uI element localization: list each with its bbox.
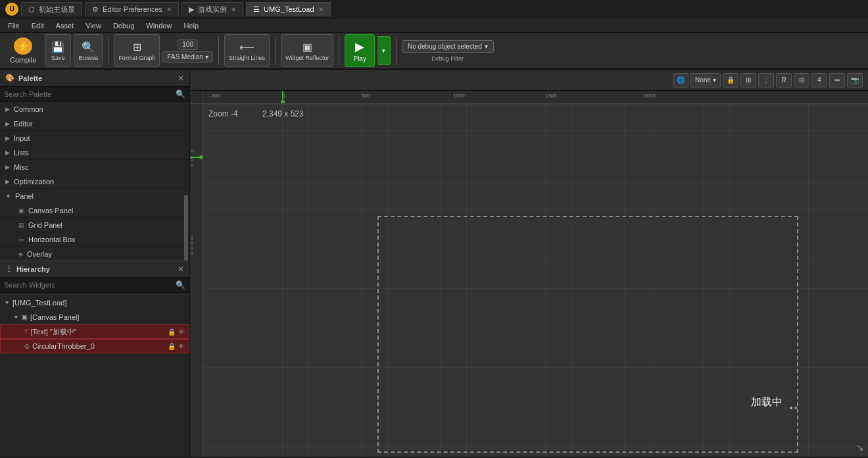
title-bar: U ⬡ 初始主场景 ⚙ Editor Preferences ✕ ▶ 游戏实例 … [0,0,868,18]
menu-debug[interactable]: Debug [108,20,139,31]
hier-item-canvas[interactable]: ▼ ▣ [Canvas Panel] [0,310,189,324]
canvas-none-arrow: ▾ [713,76,716,84]
value-100: 100 [182,41,193,48]
left-panel: 🎨 Palette ✕ 🔍 ▶ Common ▶ Editor ▶ Input [0,70,190,457]
fas-median-dropdown[interactable]: 100 FAS Median ▾ [162,34,212,67]
canvas-none-label: None [695,76,711,84]
tab-editor-icon: ⚙ [92,5,99,14]
text-item-lock-icon[interactable]: 🔒 [168,328,176,336]
size-label: 2,349 x 523 [262,109,304,118]
widget-reflector-label: Widget Reflector [285,55,329,61]
ruler-v-label-0b: 0 [191,163,193,168]
canvas-expand-button[interactable]: ⇔ [829,73,845,88]
menu-bar: File Edit Asset View Debug Window Help [0,18,868,33]
format-graph-button[interactable]: ⊞ Format Graph [114,34,160,67]
category-optimization[interactable]: ▶ Optimization [0,174,189,189]
hierarchy-close-button[interactable]: ✕ [178,265,184,274]
compile-button[interactable]: ⚡ Compile [4,34,42,67]
menu-help[interactable]: Help [178,20,204,31]
hierarchy-search-input[interactable] [4,281,176,289]
format-graph-label: Format Graph [118,55,155,61]
play-button[interactable]: ▶ Play [345,34,374,67]
hierarchy-icon: ⋮ [5,265,12,274]
category-input[interactable]: ▶ Input [0,131,189,145]
category-editor[interactable]: ▶ Editor [0,116,189,131]
category-input-label: Input [14,134,30,142]
fas-median-btn[interactable]: 100 [178,39,198,50]
tab-editor-prefs[interactable]: ⚙ Editor Preferences ✕ [85,2,179,16]
tab-game-icon: ▶ [189,5,194,14]
horizontal-box-icon: ▭ [18,236,24,243]
menu-asset[interactable]: Asset [51,20,80,31]
fas-median-label: FAS Median [167,53,203,61]
save-button[interactable]: 💾 Save [45,34,71,67]
screenshot-icon: 📷 [851,76,859,84]
category-panel[interactable]: ▼ Panel [0,189,189,203]
browse-button[interactable]: 🔍 Browse [74,34,103,67]
throbber-item-lock-icon[interactable]: 🔒 [168,343,176,350]
widget-reflector-button[interactable]: ▣ Widget Reflector [281,34,334,67]
palette-close-button[interactable]: ✕ [178,74,184,83]
canvas-tools: 🌐 None ▾ 🔒 ⊞ ⋮ [673,73,863,88]
fas-median-label-btn[interactable]: FAS Median ▾ [162,51,212,63]
common-arrow-icon: ▶ [5,106,10,113]
canvas-4-button[interactable]: 4 [811,73,827,88]
root-arrow-icon: ▼ [4,299,10,306]
palette-item-horizontal-box[interactable]: ▭ Horizontal Box [0,232,189,247]
ruler-corner [190,91,203,104]
category-lists[interactable]: ▶ Lists [0,145,189,160]
canvas-screenshot-button[interactable]: 📷 [847,73,863,88]
menu-view[interactable]: View [80,20,107,31]
tab-game-instance[interactable]: ▶ 游戏实例 ✕ [181,2,243,16]
canvas-viewport[interactable]: Zoom -4 2,349 x 523 加载中 ↘ [203,104,868,457]
tab-editor-label: Editor Preferences [103,5,162,13]
category-common[interactable]: ▶ Common [0,102,189,116]
hier-item-text-label: [Text] "加载中" [31,327,77,337]
canvas-grid3-button[interactable]: ⊟ [794,73,809,88]
canvas-area: 🌐 None ▾ 🔒 ⊞ ⋮ [190,70,868,457]
hier-item-text[interactable]: T [Text] "加载中" 🔒 👁 [0,324,189,339]
canvas-globe-button[interactable]: 🌐 [673,73,688,88]
canvas-grid2-icon: ⋮ [763,76,769,84]
straight-lines-button[interactable]: ⟵ Straight Lines [224,34,270,67]
canvas-grid2-button[interactable]: ⋮ [758,73,774,88]
tab-umg-close[interactable]: ✕ [318,6,324,13]
canvas-grid-button[interactable]: ⊞ [740,73,756,88]
palette-item-grid-panel[interactable]: ▤ Grid Panel [0,218,189,232]
tab-game-close[interactable]: ✕ [231,6,236,13]
menu-file[interactable]: File [3,20,25,31]
palette-search-icon: 🔍 [176,89,185,99]
expand-icon: ⇔ [834,76,840,84]
hier-item-throbber[interactable]: ◎ CircularThrobber_0 🔒 👁 [0,339,189,353]
tab-home[interactable]: ⬡ 初始主场景 [21,2,82,16]
canvas-r-button[interactable]: R [776,73,792,88]
palette-item-overlay[interactable]: ◈ Overlay [0,247,189,261]
lock-icon: 🔒 [727,76,735,84]
category-misc-label: Misc [14,163,29,171]
palette-search-input[interactable] [4,90,176,98]
four-label: 4 [817,76,821,84]
tab-umg-test[interactable]: ☰ UMG_TestLoad ✕ [246,2,330,16]
text-item-eye-icon[interactable]: 👁 [178,328,185,336]
main-layout: 🎨 Palette ✕ 🔍 ▶ Common ▶ Editor ▶ Input [0,70,868,457]
canvas-none-dropdown[interactable]: None ▾ [690,73,721,88]
category-misc[interactable]: ▶ Misc [0,160,189,174]
hier-item-root[interactable]: ▼ [UMG_TestLoad] [0,295,189,310]
throbber-item-eye-icon[interactable]: 👁 [178,343,185,350]
category-lists-label: Lists [14,149,29,157]
hier-item-canvas-label: [Canvas Panel] [30,313,80,321]
menu-window[interactable]: Window [141,20,177,31]
compile-icon: ⚡ [14,38,32,55]
ruler-h-label-1000: 1000 [453,93,465,99]
format-graph-icon: ⊞ [133,41,141,53]
palette-scrollbar-thumb[interactable] [184,195,188,261]
category-common-label: Common [14,105,43,113]
debug-object-dropdown[interactable]: No debug object selected ▾ [402,40,494,53]
throbber-item-icon: ◎ [24,343,30,349]
canvas-lock-button[interactable]: 🔒 [723,73,738,88]
palette-item-canvas-panel[interactable]: ▣ Canvas Panel [0,203,189,218]
tab-editor-close[interactable]: ✕ [166,6,172,13]
globe-icon: 🌐 [677,76,685,84]
play-dropdown-button[interactable]: ▾ [377,36,391,65]
menu-edit[interactable]: Edit [26,20,49,31]
